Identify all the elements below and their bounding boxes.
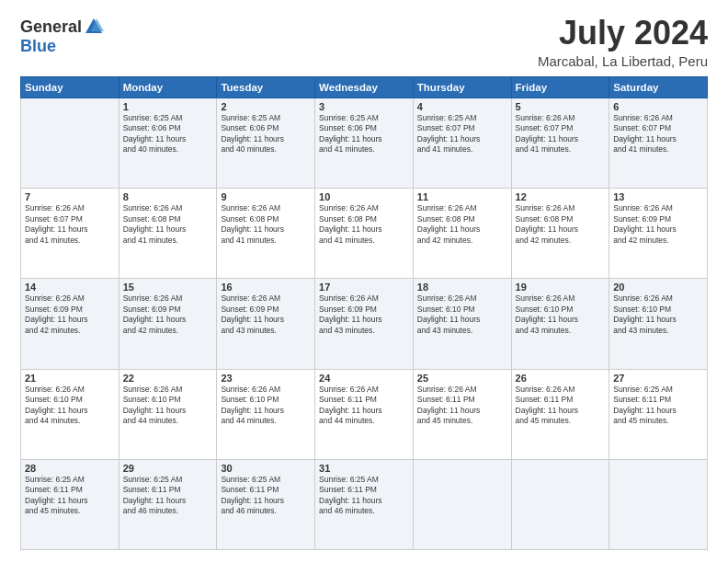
logo: General Blue [20, 17, 104, 56]
day-number: 7 [25, 191, 115, 202]
day-number: 19 [516, 282, 606, 293]
calendar-cell: 2Sunrise: 6:25 AM Sunset: 6:06 PM Daylig… [217, 98, 315, 189]
calendar-cell: 1Sunrise: 6:25 AM Sunset: 6:06 PM Daylig… [119, 98, 217, 189]
day-info: Sunrise: 6:26 AM Sunset: 6:10 PM Dayligh… [25, 385, 115, 427]
day-of-week-monday: Monday [119, 77, 217, 98]
day-number: 30 [221, 463, 311, 474]
calendar-cell: 3Sunrise: 6:25 AM Sunset: 6:06 PM Daylig… [315, 98, 414, 189]
calendar-cell [609, 459, 708, 549]
day-info: Sunrise: 6:26 AM Sunset: 6:08 PM Dayligh… [417, 203, 507, 246]
day-number: 1 [123, 101, 213, 112]
header: General Blue July 2024 Marcabal, La Libe… [20, 17, 708, 69]
calendar-cell: 12Sunrise: 6:26 AM Sunset: 6:08 PM Dayli… [511, 189, 609, 279]
calendar-cell: 31Sunrise: 6:25 AM Sunset: 6:11 PM Dayli… [315, 459, 414, 549]
day-info: Sunrise: 6:25 AM Sunset: 6:11 PM Dayligh… [319, 475, 409, 517]
calendar-cell: 15Sunrise: 6:26 AM Sunset: 6:09 PM Dayli… [119, 279, 217, 369]
calendar-cell: 28Sunrise: 6:25 AM Sunset: 6:11 PM Dayli… [21, 459, 119, 549]
day-info: Sunrise: 6:26 AM Sunset: 6:07 PM Dayligh… [516, 113, 606, 155]
day-number: 24 [319, 373, 409, 384]
calendar-cell [511, 459, 609, 549]
calendar-cell: 26Sunrise: 6:26 AM Sunset: 6:11 PM Dayli… [511, 369, 609, 459]
day-number: 6 [613, 101, 703, 112]
day-number: 23 [221, 373, 311, 384]
day-info: Sunrise: 6:25 AM Sunset: 6:11 PM Dayligh… [221, 475, 311, 517]
calendar-cell: 9Sunrise: 6:26 AM Sunset: 6:08 PM Daylig… [217, 189, 315, 279]
calendar-week-row: 28Sunrise: 6:25 AM Sunset: 6:11 PM Dayli… [21, 459, 708, 549]
logo-icon [84, 17, 104, 37]
day-info: Sunrise: 6:26 AM Sunset: 6:10 PM Dayligh… [221, 385, 311, 427]
calendar-cell: 16Sunrise: 6:26 AM Sunset: 6:09 PM Dayli… [217, 279, 315, 369]
day-number: 28 [25, 463, 115, 474]
day-number: 14 [25, 282, 115, 293]
day-info: Sunrise: 6:26 AM Sunset: 6:08 PM Dayligh… [123, 203, 213, 246]
day-number: 20 [613, 282, 703, 293]
day-info: Sunrise: 6:26 AM Sunset: 6:11 PM Dayligh… [516, 385, 606, 427]
day-number: 21 [25, 373, 115, 384]
calendar-cell: 4Sunrise: 6:25 AM Sunset: 6:07 PM Daylig… [413, 98, 511, 189]
day-of-week-sunday: Sunday [21, 77, 119, 98]
day-of-week-tuesday: Tuesday [217, 77, 315, 98]
day-of-week-thursday: Thursday [413, 77, 511, 98]
day-info: Sunrise: 6:26 AM Sunset: 6:09 PM Dayligh… [613, 203, 703, 246]
day-info: Sunrise: 6:26 AM Sunset: 6:10 PM Dayligh… [123, 385, 213, 427]
day-of-week-saturday: Saturday [609, 77, 708, 98]
day-info: Sunrise: 6:26 AM Sunset: 6:08 PM Dayligh… [221, 203, 311, 246]
day-of-week-friday: Friday [511, 77, 609, 98]
day-info: Sunrise: 6:26 AM Sunset: 6:09 PM Dayligh… [221, 293, 311, 336]
day-number: 17 [319, 282, 409, 293]
day-number: 10 [319, 191, 409, 202]
calendar-cell [21, 98, 119, 189]
calendar-cell: 17Sunrise: 6:26 AM Sunset: 6:09 PM Dayli… [315, 279, 414, 369]
calendar-cell: 30Sunrise: 6:25 AM Sunset: 6:11 PM Dayli… [217, 459, 315, 549]
day-info: Sunrise: 6:26 AM Sunset: 6:07 PM Dayligh… [25, 203, 115, 246]
day-info: Sunrise: 6:26 AM Sunset: 6:11 PM Dayligh… [417, 385, 507, 427]
day-info: Sunrise: 6:25 AM Sunset: 6:11 PM Dayligh… [25, 475, 115, 517]
calendar-cell: 18Sunrise: 6:26 AM Sunset: 6:10 PM Dayli… [413, 279, 511, 369]
calendar-cell: 10Sunrise: 6:26 AM Sunset: 6:08 PM Dayli… [315, 189, 414, 279]
day-info: Sunrise: 6:25 AM Sunset: 6:06 PM Dayligh… [221, 113, 311, 155]
day-info: Sunrise: 6:26 AM Sunset: 6:10 PM Dayligh… [516, 293, 606, 336]
calendar-cell: 20Sunrise: 6:26 AM Sunset: 6:10 PM Dayli… [609, 279, 708, 369]
day-number: 25 [417, 373, 507, 384]
calendar-cell: 29Sunrise: 6:25 AM Sunset: 6:11 PM Dayli… [119, 459, 217, 549]
calendar-cell: 27Sunrise: 6:25 AM Sunset: 6:11 PM Dayli… [609, 369, 708, 459]
day-info: Sunrise: 6:26 AM Sunset: 6:09 PM Dayligh… [25, 293, 115, 336]
day-number: 11 [417, 191, 507, 202]
calendar-week-row: 21Sunrise: 6:26 AM Sunset: 6:10 PM Dayli… [21, 369, 708, 459]
calendar-cell: 25Sunrise: 6:26 AM Sunset: 6:11 PM Dayli… [413, 369, 511, 459]
day-info: Sunrise: 6:26 AM Sunset: 6:11 PM Dayligh… [319, 385, 409, 427]
day-number: 4 [417, 101, 507, 112]
logo-general-text: General [20, 17, 82, 37]
calendar-cell: 19Sunrise: 6:26 AM Sunset: 6:10 PM Dayli… [511, 279, 609, 369]
calendar-cell [413, 459, 511, 549]
calendar-cell: 8Sunrise: 6:26 AM Sunset: 6:08 PM Daylig… [119, 189, 217, 279]
calendar-cell: 21Sunrise: 6:26 AM Sunset: 6:10 PM Dayli… [21, 369, 119, 459]
day-info: Sunrise: 6:25 AM Sunset: 6:06 PM Dayligh… [123, 113, 213, 155]
day-info: Sunrise: 6:25 AM Sunset: 6:11 PM Dayligh… [123, 475, 213, 517]
calendar-cell: 5Sunrise: 6:26 AM Sunset: 6:07 PM Daylig… [511, 98, 609, 189]
calendar-week-row: 1Sunrise: 6:25 AM Sunset: 6:06 PM Daylig… [21, 98, 708, 189]
day-info: Sunrise: 6:25 AM Sunset: 6:07 PM Dayligh… [417, 113, 507, 155]
day-info: Sunrise: 6:26 AM Sunset: 6:09 PM Dayligh… [123, 293, 213, 336]
day-info: Sunrise: 6:25 AM Sunset: 6:11 PM Dayligh… [613, 385, 703, 427]
calendar-cell: 6Sunrise: 6:26 AM Sunset: 6:07 PM Daylig… [609, 98, 708, 189]
day-info: Sunrise: 6:26 AM Sunset: 6:10 PM Dayligh… [613, 293, 703, 336]
day-of-week-wednesday: Wednesday [315, 77, 414, 98]
calendar-cell: 11Sunrise: 6:26 AM Sunset: 6:08 PM Dayli… [413, 189, 511, 279]
day-info: Sunrise: 6:26 AM Sunset: 6:08 PM Dayligh… [319, 203, 409, 246]
calendar-cell: 22Sunrise: 6:26 AM Sunset: 6:10 PM Dayli… [119, 369, 217, 459]
day-info: Sunrise: 6:26 AM Sunset: 6:07 PM Dayligh… [613, 113, 703, 155]
day-info: Sunrise: 6:26 AM Sunset: 6:10 PM Dayligh… [417, 293, 507, 336]
day-number: 31 [319, 463, 409, 474]
day-number: 27 [613, 373, 703, 384]
day-number: 18 [417, 282, 507, 293]
calendar-week-row: 14Sunrise: 6:26 AM Sunset: 6:09 PM Dayli… [21, 279, 708, 369]
page: General Blue July 2024 Marcabal, La Libe… [0, 0, 728, 563]
day-number: 15 [123, 282, 213, 293]
calendar-cell: 13Sunrise: 6:26 AM Sunset: 6:09 PM Dayli… [609, 189, 708, 279]
day-number: 3 [319, 101, 409, 112]
day-info: Sunrise: 6:26 AM Sunset: 6:09 PM Dayligh… [319, 293, 409, 336]
calendar-cell: 24Sunrise: 6:26 AM Sunset: 6:11 PM Dayli… [315, 369, 414, 459]
calendar-header-row: SundayMondayTuesdayWednesdayThursdayFrid… [21, 77, 708, 98]
day-number: 22 [123, 373, 213, 384]
